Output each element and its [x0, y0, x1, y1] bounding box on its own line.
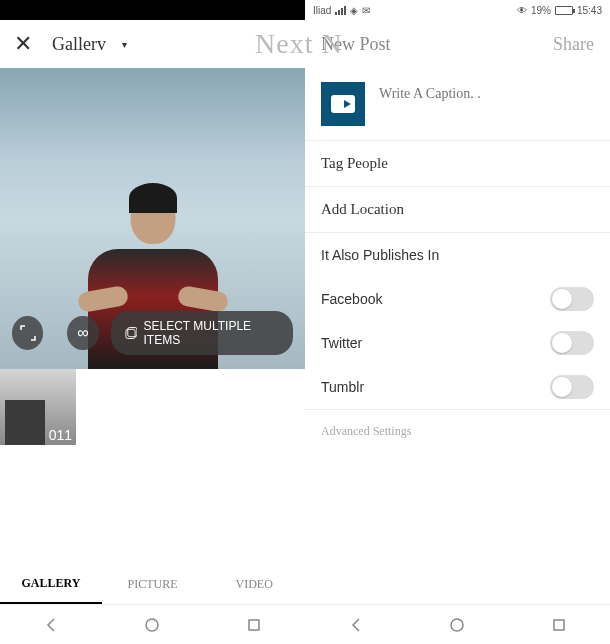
caption-row [305, 68, 610, 140]
carrier-label: Iliad [313, 5, 331, 16]
tab-picture[interactable]: PICTURE [102, 564, 204, 604]
android-nav-bar [0, 604, 305, 644]
media-thumbnail[interactable]: 011 [0, 369, 76, 445]
back-icon[interactable] [346, 615, 366, 635]
tab-gallery[interactable]: GALLERY [0, 564, 102, 604]
signal-icon [335, 6, 346, 15]
back-icon[interactable] [41, 615, 61, 635]
caption-input[interactable] [379, 82, 594, 102]
tumblr-label: Tumblr [321, 379, 364, 395]
select-multiple-label: SELECT MULTIPLE ITEMS [143, 319, 279, 347]
battery-icon [555, 6, 573, 15]
stack-icon [125, 326, 138, 340]
battery-pct: 19% [531, 5, 551, 16]
tab-bar: GALLERY PICTURE VIDEO [0, 564, 305, 604]
add-location-button[interactable]: Add Location [305, 187, 610, 232]
time-label: 15:43 [577, 5, 602, 16]
right-header: New Post Share [305, 20, 610, 68]
recent-icon[interactable] [244, 615, 264, 635]
tumblr-toggle[interactable] [550, 375, 594, 399]
thumbnail-row: 011 [0, 369, 305, 445]
svg-point-4 [451, 619, 463, 631]
home-icon[interactable] [142, 615, 162, 635]
close-icon[interactable]: ✕ [14, 31, 32, 57]
tab-video[interactable]: VIDEO [203, 564, 305, 604]
media-preview[interactable]: ∞ SELECT MULTIPLE ITEMS [0, 68, 305, 369]
twitter-toggle[interactable] [550, 331, 594, 355]
also-publishes-label: It Also Publishes In [305, 233, 610, 277]
post-thumbnail[interactable] [321, 82, 365, 126]
boomerang-icon[interactable]: ∞ [67, 316, 98, 350]
wifi-icon: ◈ [350, 5, 358, 16]
select-multiple-button[interactable]: SELECT MULTIPLE ITEMS [111, 311, 293, 355]
gallery-dropdown[interactable]: Gallerv ▾ [52, 34, 127, 55]
eye-icon: 👁 [517, 5, 527, 16]
svg-point-2 [146, 619, 158, 631]
home-icon[interactable] [447, 615, 467, 635]
twitter-label: Twitter [321, 335, 362, 351]
thumbnail-duration: 011 [49, 427, 72, 443]
next-button[interactable]: Next N [255, 28, 343, 60]
recent-icon[interactable] [549, 615, 569, 635]
tag-people-button[interactable]: Tag People [305, 141, 610, 186]
facebook-toggle[interactable] [550, 287, 594, 311]
android-nav-bar-right [305, 604, 610, 644]
share-button[interactable]: Share [553, 34, 594, 55]
advanced-settings-button[interactable]: Advanced Settings [305, 410, 610, 453]
svg-rect-3 [249, 620, 259, 630]
status-bar: Iliad ◈ ✉ 👁 19% 15:43 [305, 0, 610, 20]
video-icon [331, 95, 355, 113]
facebook-label: Facebook [321, 291, 382, 307]
left-header: ✕ Gallerv ▾ Next N [0, 20, 305, 68]
mail-icon: ✉ [362, 5, 370, 16]
status-bar-black [0, 0, 305, 20]
expand-icon[interactable] [12, 316, 43, 350]
gallery-label: Gallerv [52, 34, 106, 55]
svg-rect-5 [554, 620, 564, 630]
chevron-down-icon: ▾ [122, 39, 127, 50]
